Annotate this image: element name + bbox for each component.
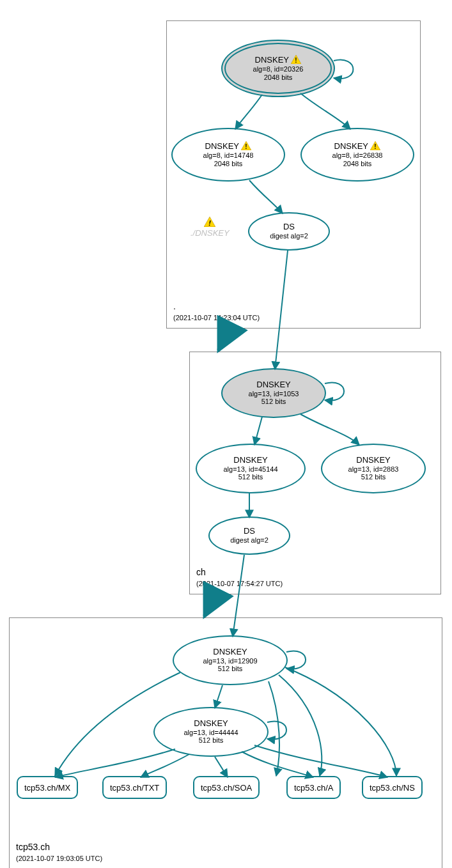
node-root-zsk1: DNSKEY ! alg=8, id=14748 2048 bits (171, 128, 285, 182)
node-ch-zsk2-title: DNSKEY (356, 456, 390, 465)
node-rr-txt: tcp53.ch/TXT (102, 776, 167, 799)
node-ch-zsk1-title: DNSKEY (233, 456, 267, 465)
node-ch-zsk1-line3: 512 bits (238, 473, 263, 481)
node-tcp53-ksk-title: DNSKEY (213, 647, 247, 657)
node-root-ds-line2: digest alg=2 (270, 232, 308, 240)
node-ch-ksk-title: DNSKEY (256, 380, 290, 390)
node-root-zsk1-line2: alg=8, id=14748 (203, 151, 254, 160)
node-rr-a-label: tcp53.ch/A (294, 783, 333, 793)
node-ch-ds-line2: digest alg=2 (230, 536, 269, 545)
zone-tcp53-name: tcp53.ch (16, 841, 102, 854)
zone-tcp53-timestamp: (2021-10-07 19:03:05 UTC) (16, 854, 102, 864)
node-root-ksk: DNSKEY ! alg=8, id=20326 2048 bits (221, 40, 335, 97)
node-root-ghost-label: ./DNSKEY (191, 228, 230, 238)
node-rr-soa-label: tcp53.ch/SOA (201, 783, 252, 793)
svg-text:!: ! (208, 219, 211, 227)
node-rr-a: tcp53.ch/A (286, 776, 341, 799)
warning-icon: ! (204, 217, 215, 227)
zone-ch-name: ch (196, 566, 283, 579)
node-tcp53-ksk-line2: alg=13, id=12909 (203, 657, 257, 665)
node-tcp53-ksk: DNSKEY alg=13, id=12909 512 bits (173, 635, 288, 685)
node-ch-ksk-line3: 512 bits (261, 398, 286, 406)
node-rr-mx: tcp53.ch/MX (17, 776, 78, 799)
warning-icon: ! (291, 55, 301, 64)
node-root-zsk2-line3: 2048 bits (343, 160, 372, 168)
node-root-ds: DS digest alg=2 (248, 212, 330, 251)
node-ch-zsk2: DNSKEY alg=13, id=2883 512 bits (321, 444, 426, 493)
node-root-zsk1-title: DNSKEY (205, 141, 239, 151)
node-rr-ns-label: tcp53.ch/NS (370, 783, 415, 793)
svg-text:!: ! (245, 143, 247, 150)
node-tcp53-zsk-title: DNSKEY (194, 719, 228, 729)
node-rr-txt-label: tcp53.ch/TXT (110, 783, 159, 793)
node-root-zsk2: DNSKEY ! alg=8, id=26838 2048 bits (300, 128, 414, 182)
node-root-ksk-line3: 2048 bits (264, 74, 293, 82)
node-ch-zsk2-line2: alg=13, id=2883 (348, 465, 399, 474)
node-root-zsk2-title: DNSKEY (334, 141, 368, 151)
node-ch-ksk-line2: alg=13, id=1053 (249, 390, 299, 398)
node-root-ghost: ! ./DNSKEY (191, 217, 230, 238)
node-ch-zsk1-line2: alg=13, id=45144 (223, 465, 277, 474)
node-rr-soa: tcp53.ch/SOA (193, 776, 260, 799)
node-root-ksk-line2: alg=8, id=20326 (253, 65, 304, 74)
node-tcp53-zsk-line3: 512 bits (199, 736, 224, 745)
node-ch-zsk1: DNSKEY alg=13, id=45144 512 bits (196, 444, 306, 493)
warning-icon: ! (241, 141, 251, 150)
node-root-zsk1-line3: 2048 bits (214, 160, 243, 168)
zone-root-name: . (173, 300, 260, 313)
node-tcp53-zsk: DNSKEY alg=13, id=44444 512 bits (153, 707, 269, 757)
svg-text:!: ! (295, 57, 297, 64)
warning-icon: ! (370, 141, 380, 150)
node-rr-ns: tcp53.ch/NS (362, 776, 423, 799)
node-ch-zsk2-line3: 512 bits (361, 473, 386, 481)
node-tcp53-ksk-line3: 512 bits (218, 665, 243, 673)
node-root-ksk-title: DNSKEY (255, 55, 289, 65)
node-ch-ds: DS digest alg=2 (208, 516, 290, 555)
node-root-ds-title: DS (283, 222, 295, 232)
svg-text:!: ! (375, 143, 377, 150)
zone-ch-timestamp: (2021-10-07 17:54:27 UTC) (196, 579, 283, 589)
node-rr-mx-label: tcp53.ch/MX (24, 783, 70, 793)
node-root-zsk2-line2: alg=8, id=26838 (332, 151, 383, 160)
node-tcp53-zsk-line2: alg=13, id=44444 (183, 729, 238, 737)
node-ch-ksk: DNSKEY alg=13, id=1053 512 bits (221, 368, 326, 418)
node-ch-ds-title: DS (244, 527, 255, 536)
zone-root-timestamp: (2021-10-07 14:23:04 UTC) (173, 313, 260, 323)
